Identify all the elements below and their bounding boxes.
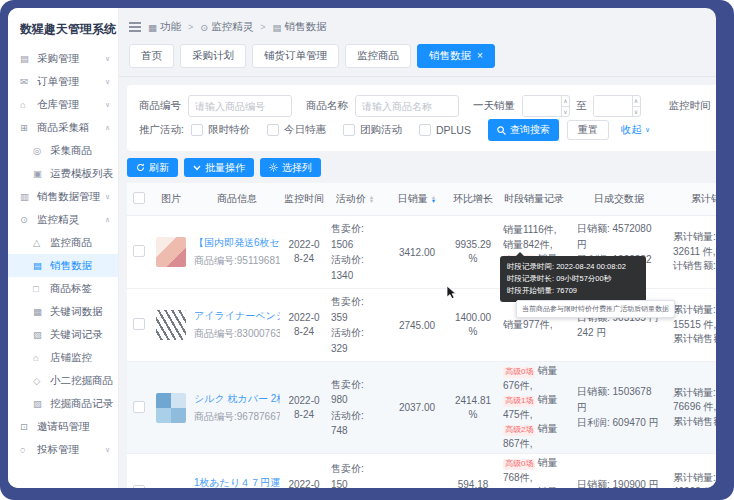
sidebar-item-label: 小二挖掘商品 (50, 374, 113, 388)
product-image-cell (151, 454, 191, 489)
batch-actions-button[interactable]: 批量操作 (184, 158, 254, 177)
range-to-label: 至 (576, 99, 587, 113)
tab-label: 铺货订单管理 (264, 49, 327, 61)
checkbox-icon (419, 124, 431, 136)
product-name-link[interactable]: 【国内即発送6枚セット】シ... (194, 236, 280, 250)
search-icon (497, 126, 506, 135)
chevron-up-icon: ∧ (105, 216, 110, 224)
product-name-link[interactable]: 1枚あたり４７円運賃5枚... (194, 476, 280, 488)
promo-checkbox-flash[interactable]: 限时特价 (191, 123, 250, 137)
tab-铺货订单管理[interactable]: 铺货订单管理 (252, 44, 339, 68)
day-sales-label: 一天销量 (473, 99, 515, 113)
row-checkbox[interactable] (133, 485, 145, 488)
sidebar-item-keyword-data[interactable]: ▦关键词数据 (8, 300, 118, 323)
promo-level-tag: 高级1场 (503, 396, 535, 407)
price-line: 活动价: 1340 (331, 252, 382, 283)
monitor-goods-icon: △ (33, 237, 46, 248)
gear-icon (269, 163, 278, 172)
chevron-down-icon: ∨ (105, 101, 110, 109)
sidebar-nav: ▤采购管理∨✉订单管理∨⌂仓库管理∨⊞商品采集箱∧◎采集商品▣运费模板列表▥销售… (8, 47, 118, 461)
step-down-icon[interactable]: ∨ (562, 107, 569, 117)
chevron-down-icon: ∨ (105, 193, 110, 201)
price-cell: 售卖价: 980活动价: 748 (325, 362, 385, 454)
sidebar-item-label: 采购管理 (37, 52, 79, 66)
breadcrumb-item-monitor[interactable]: ⊙ 监控精灵 (200, 20, 253, 34)
sidebar-item-label: 关键词记录 (50, 328, 103, 342)
table-row: 1枚あたり４７円運賃5枚...商品编号:9851678302022-08-24售… (127, 454, 716, 489)
column-header: 商品信息 (191, 183, 283, 216)
product-name-link[interactable]: アイライナーペンシル ウ... (194, 309, 280, 323)
shop-monitor-icon: ⌂ (33, 352, 46, 363)
sidebar-item-collect-goods[interactable]: ◎采集商品 (8, 139, 118, 162)
refresh-button[interactable]: 刷新 (127, 158, 178, 177)
reset-button[interactable]: 重置 (567, 120, 609, 140)
sidebar-item-label: 监控精灵 (37, 213, 79, 227)
sidebar-item-sales-data[interactable]: ▤销售数据 (8, 254, 118, 277)
table-row: シルク 枕カバー 2枚入り...商品编号:9678766782022-08-24… (127, 362, 716, 454)
day-sales-min-input[interactable] (523, 96, 561, 116)
sort-icons[interactable]: ▲▼ (431, 195, 436, 204)
sidebar-item-mining-goods[interactable]: ◇小二挖掘商品 (8, 369, 118, 392)
bidding-icon: ○ (20, 444, 33, 455)
sort-icons[interactable]: ▲▼ (369, 195, 374, 204)
step-up-icon[interactable]: ∧ (562, 96, 569, 107)
sidebar-item-label: 商品标签 (50, 282, 92, 296)
day-sales-max-stepper[interactable]: ∧∨ (593, 95, 641, 117)
sidebar-item-freight-template[interactable]: ▣运费模板列表 (8, 162, 118, 185)
collapse-menu-icon[interactable] (129, 22, 141, 32)
row-checkbox-cell (127, 454, 151, 489)
row-checkbox-cell (127, 362, 151, 454)
sidebar-item-collect-box[interactable]: ⊞商品采集箱∧ (8, 116, 118, 139)
filter-row-1: 商品编号 商品名称 一天销量 ∧∨ 至 ∧∨ 监控时间 2022-08-24 (127, 94, 716, 118)
tab-销售数据[interactable]: 销售数据× (417, 44, 495, 68)
tab-首页[interactable]: 首页 (129, 44, 174, 68)
sidebar-item-order[interactable]: ✉订单管理∨ (8, 70, 118, 93)
sidebar-item-purchase[interactable]: ▤采购管理∨ (8, 47, 118, 70)
cumulative-cell: 累计销量: 40993 件, 累计销售额: (667, 454, 716, 489)
sidebar-item-shop-monitor[interactable]: ⌂店铺监控 (8, 346, 118, 369)
product-no-input[interactable] (188, 95, 292, 117)
freight-template-icon: ▣ (33, 168, 46, 179)
row-checkbox-cell (127, 289, 151, 362)
promo-checkbox-dplus[interactable]: DPLUS (419, 124, 471, 136)
column-header: 累计销售数据 (667, 183, 716, 216)
sidebar-item-keyword-log[interactable]: ▧关键词记录 (8, 323, 118, 346)
search-button[interactable]: 查询搜索 (488, 119, 559, 141)
sidebar-item-monitor-goods[interactable]: △监控商品 (8, 231, 118, 254)
chevron-down-icon: ∨ (105, 55, 110, 63)
sidebar-item-mining-log[interactable]: ▨挖掘商品记录 (8, 392, 118, 415)
step-up-icon[interactable]: ∧ (633, 96, 640, 107)
product-sku: 商品编号:951196818 (194, 254, 280, 268)
row-checkbox[interactable] (133, 318, 145, 330)
step-down-icon[interactable]: ∨ (633, 107, 640, 117)
column-header (127, 183, 151, 216)
deal-line: 日销额: 1503678 円 (577, 384, 664, 415)
close-icon[interactable]: × (477, 51, 483, 61)
column-header: 时段销量记录 (497, 183, 571, 216)
day-sales-max-input[interactable] (594, 96, 632, 116)
product-name-link[interactable]: シルク 枕カバー 2枚入り... (194, 392, 280, 406)
sidebar-item-invite-code[interactable]: ⊡邀请码管理 (8, 415, 118, 438)
sidebar-item-warehouse[interactable]: ⌂仓库管理∨ (8, 93, 118, 116)
product-image (156, 237, 186, 267)
keyword-log-icon: ▧ (33, 329, 46, 340)
sidebar-item-sales-data-mgmt[interactable]: ▥销售数据管理∨ (8, 185, 118, 208)
tab-采购计划[interactable]: 采购计划 (180, 44, 246, 68)
row-checkbox[interactable] (133, 245, 145, 257)
select-columns-button[interactable]: 选择列 (260, 158, 321, 177)
tab-监控商品[interactable]: 监控商品 (345, 44, 411, 68)
promo-checkbox-group[interactable]: 团购活动 (343, 123, 402, 137)
collapse-filters-link[interactable]: 收起∨ (621, 123, 650, 137)
sidebar-item-bidding[interactable]: ○投标管理∨ (8, 438, 118, 461)
breadcrumb-item-func[interactable]: ▦ 功能 (148, 20, 181, 34)
promo-checkbox-today[interactable]: 今日特惠 (267, 123, 326, 137)
deal-data-cell: 日销额: 190900 円日利润: 76360 円 (571, 454, 667, 489)
day-sales-min-stepper[interactable]: ∧∨ (522, 95, 570, 117)
breadcrumb-item-sales[interactable]: ▤ 销售数据 (272, 20, 326, 34)
mining-goods-icon: ◇ (33, 375, 46, 386)
sidebar-item-monitor-sprite[interactable]: ⊙监控精灵∧ (8, 208, 118, 231)
sidebar-item-goods-tag[interactable]: □商品标签 (8, 277, 118, 300)
select-all-checkbox[interactable] (133, 192, 145, 204)
row-checkbox[interactable] (133, 401, 145, 413)
product-name-input[interactable] (355, 95, 459, 117)
